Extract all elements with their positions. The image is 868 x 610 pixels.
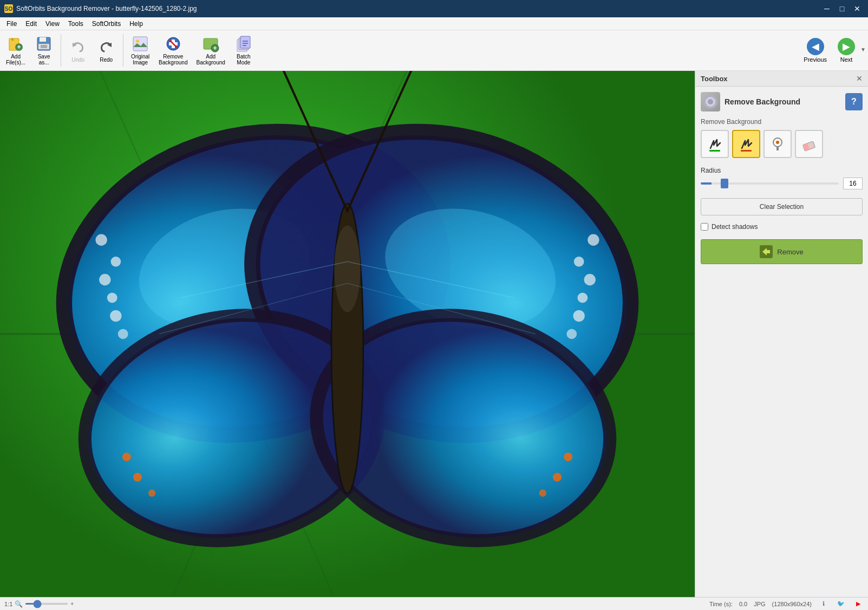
minimize-button[interactable]: ─ [820,3,833,14]
menu-softorbits[interactable]: SoftOrbits [88,17,125,30]
app-icon: SO [4,4,13,13]
svg-text:+: + [17,43,21,51]
dimensions-label: (1280x960x24) [772,601,812,607]
remove-button-icon [760,245,773,258]
svg-point-44 [573,310,584,322]
save-icon [35,35,53,53]
nav-area: ◀ Previous ▶ Next ▼ [798,36,866,65]
radius-row: 16 [701,178,863,189]
help-button[interactable]: ? [845,93,863,110]
title-bar-left: SO SoftOrbits Background Remover - butte… [4,4,197,13]
next-button[interactable]: ▶ Next [832,36,860,65]
detect-shadows-checkbox[interactable] [701,223,708,231]
tool-section-header: Remove Background ? [701,92,863,111]
keep-brush-button[interactable] [701,130,729,158]
svg-point-56 [539,489,546,496]
butterfly-svg [0,71,695,597]
svg-point-42 [584,274,596,285]
svg-point-54 [564,452,572,461]
svg-point-34 [107,293,118,303]
info-button[interactable]: ℹ [818,599,829,609]
svg-rect-21 [240,36,250,48]
svg-point-33 [99,274,110,285]
svg-rect-1 [11,38,14,41]
redo-button[interactable]: Redo [93,32,120,68]
svg-point-49 [122,452,131,461]
svg-rect-10 [133,37,147,51]
menu-file[interactable]: File [2,17,21,30]
title-bar: SO SoftOrbits Background Remover - butte… [0,0,868,17]
remove-bg-label: Remove Background [159,54,187,65]
batch-mode-button[interactable]: Batch Mode [230,32,257,68]
svg-rect-7 [41,45,47,48]
svg-point-69 [708,99,713,104]
svg-point-11 [136,40,139,43]
toolbox-content: Remove Background ? Remove Background [695,87,868,597]
menu-edit[interactable]: Edit [21,17,41,30]
time-label: Time (s): [709,601,733,607]
time-value: 0.0 [739,601,747,607]
zoom-level: 1:1 [4,601,12,607]
svg-point-35 [110,310,121,322]
close-button[interactable]: ✕ [851,3,864,14]
toolbox-title: Toolbox [701,75,728,83]
add-background-button[interactable]: + Add Background [192,32,229,68]
svg-point-36 [118,329,128,339]
previous-icon: ◀ [807,38,824,55]
next-icon: ▶ [838,38,855,55]
toolbar-sep-2 [123,34,123,67]
svg-point-73 [776,141,779,144]
tool-buttons-row [701,130,863,158]
previous-label: Previous [804,56,827,63]
title-bar-controls: ─ □ ✕ [820,3,864,14]
add-bg-icon: + [202,35,219,53]
menu-view[interactable]: View [41,17,64,30]
previous-button[interactable]: ◀ Previous [798,36,832,65]
clear-selection-button[interactable]: Clear Selection [701,198,863,215]
svg-point-55 [553,473,562,482]
status-info: Time (s): 0.0 JPG (1280x960x24) ℹ 🐦 ▶ [709,599,864,609]
svg-point-43 [577,293,588,303]
svg-rect-22 [243,41,248,42]
original-image-button[interactable]: Original Image [127,32,154,68]
svg-text:+: + [213,44,217,52]
sub-title: Remove Background [701,118,863,126]
svg-point-31 [95,234,107,246]
remove-button[interactable]: Remove [701,239,863,264]
social-twitter-button[interactable]: 🐦 [836,599,846,609]
menu-help[interactable]: Help [125,17,147,30]
main-area: Toolbox ✕ Remove Background ? Remove Bac… [0,71,868,597]
next-label: Next [840,56,853,63]
svg-point-45 [566,329,577,339]
undo-button[interactable]: Undo [64,32,92,68]
window-title: SoftOrbits Background Remover - butterfl… [16,5,197,12]
radius-slider[interactable] [701,182,839,185]
nav-dropdown-arrow: ▼ [860,47,866,55]
eraser-button[interactable] [795,130,823,158]
remove-brush-button[interactable] [732,130,760,158]
remove-background-button[interactable]: Remove Background [155,32,191,68]
original-image-label: Original Image [131,54,149,65]
svg-rect-24 [243,45,246,46]
zoom-slider[interactable] [25,603,68,605]
save-as-label: Save as... [38,54,50,65]
add-files-label: Add File(s)... [6,54,25,65]
batch-icon [235,35,252,53]
toolbox-close-button[interactable]: ✕ [856,74,863,83]
maximize-button[interactable]: □ [836,3,849,14]
canvas-area[interactable] [0,71,695,597]
menu-bar: File Edit View Tools SoftOrbits Help [0,17,868,30]
remove-bg-section-icon [701,92,720,111]
toolbar-sep-1 [61,34,61,67]
smart-brush-button[interactable] [763,130,792,158]
social-youtube-button[interactable]: ▶ [853,599,864,609]
radius-value: 16 [843,178,863,189]
add-files-button[interactable]: + Add File(s)... [2,32,29,68]
image-display [0,71,695,597]
save-as-button[interactable]: Save as... [30,32,57,68]
status-zoom: 1:1 🔍 + [4,600,74,608]
svg-point-51 [148,489,155,496]
svg-rect-71 [741,150,752,152]
svg-marker-76 [762,248,770,255]
menu-tools[interactable]: Tools [64,17,88,30]
